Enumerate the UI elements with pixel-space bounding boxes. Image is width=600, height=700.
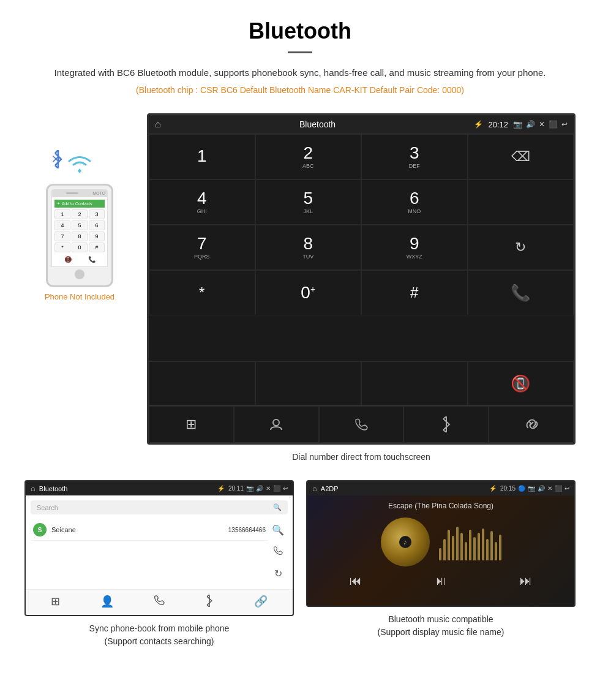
- dial-key-6[interactable]: 6: [89, 220, 105, 230]
- car-screen-dialpad: ⌂ Bluetooth ⚡ 20:12 📷 🔊 ✕ ⬛ ↩ 1: [147, 113, 576, 445]
- dial-key-2[interactable]: 2 ABC: [255, 134, 362, 179]
- dialpad-icon-bluetooth[interactable]: [403, 406, 489, 443]
- dial-key-0[interactable]: 0: [72, 243, 88, 252]
- phone-call-icon: 📞: [88, 256, 96, 263]
- dial-key-8[interactable]: 8: [72, 231, 88, 241]
- phone-not-included-label: Phone Not Included: [45, 292, 114, 301]
- pb-topbar-right: 20:11 📷 🔊 ✕ ⬛ ↩: [228, 485, 288, 492]
- pb-link-bottom-icon[interactable]: 🔗: [254, 595, 268, 610]
- pb-usb-icon: ⚡: [217, 485, 225, 492]
- dial-empty-r5c2: [255, 361, 362, 405]
- phonebook-car-screen: ⌂ Bluetooth ⚡ 20:11 📷 🔊 ✕ ⬛ ↩ Search 🔍: [24, 480, 294, 616]
- phonebook-entries: S Seicane 13566664466: [31, 519, 268, 584]
- subtitle-text: Integrated with BC6 Bluetooth module, su…: [37, 66, 563, 80]
- dialpad-icon-phone[interactable]: [319, 406, 404, 443]
- bluetooth-specs: (Bluetooth chip : CSR BC6 Default Blueto…: [37, 85, 563, 95]
- music-prev-btn[interactable]: ⏮: [350, 574, 362, 588]
- pb-home-icon[interactable]: ⌂: [31, 484, 36, 493]
- music-topbar-right: 20:15 🔵 📷 🔊 ✕ ⬛ ↩: [500, 485, 569, 492]
- car-screen-container: ⌂ Bluetooth ⚡ 20:12 📷 🔊 ✕ ⬛ ↩ 1: [147, 113, 576, 462]
- pb-call-action-icon[interactable]: [273, 546, 283, 558]
- pb-time: 20:11: [228, 485, 244, 492]
- music-home-icon[interactable]: ⌂: [312, 484, 317, 493]
- phonebook-search-bar[interactable]: Search 🔍: [31, 500, 288, 514]
- phone-bottom-actions: 📵 📞: [54, 255, 105, 264]
- dial-key-hash[interactable]: #: [361, 270, 468, 315]
- dial-key-0[interactable]: 0+: [255, 270, 362, 315]
- camera-icon[interactable]: 📷: [513, 120, 522, 129]
- dial-key-2[interactable]: 2: [72, 209, 88, 219]
- dial-call-green-cell[interactable]: 📞: [468, 270, 574, 315]
- contact-avatar: S: [33, 523, 47, 536]
- fullscreen-icon[interactable]: ⬛: [549, 120, 558, 129]
- dial-key-star[interactable]: *: [149, 270, 255, 315]
- music-song-title: Escape (The Pina Colada Song): [388, 502, 493, 510]
- wifi-signal-icon: ⨯: [64, 150, 95, 180]
- music-usb-icon: ⚡: [489, 485, 497, 492]
- dialpad-icon-link[interactable]: [489, 406, 574, 443]
- pb-vol-icon[interactable]: 🔊: [256, 485, 263, 492]
- music-screen-icon[interactable]: ⬛: [555, 485, 562, 492]
- pb-refresh-action-icon[interactable]: ↻: [274, 568, 282, 579]
- dial-key-7[interactable]: 7: [54, 231, 70, 241]
- dial-key-5[interactable]: 5: [72, 220, 88, 230]
- music-back-icon[interactable]: ↩: [564, 485, 569, 492]
- music-topbar: ⌂ A2DP ⚡ 20:15 🔵 📷 🔊 ✕ ⬛ ↩: [307, 481, 574, 495]
- dial-key-4[interactable]: 4: [54, 220, 70, 230]
- dialpad-icon-grid[interactable]: ⊞: [149, 406, 234, 443]
- dial-key-8[interactable]: 8 TUV: [255, 225, 362, 270]
- dial-key-1[interactable]: 1: [54, 209, 70, 219]
- music-camera-icon[interactable]: 📷: [528, 485, 535, 492]
- phonebook-search-placeholder: Search: [37, 504, 58, 511]
- music-vol-icon[interactable]: 🔊: [538, 485, 545, 492]
- add-to-contacts-label: Add to Contacts: [62, 201, 92, 206]
- dial-key-star[interactable]: *: [54, 243, 70, 252]
- contact-name: Seicane: [51, 526, 228, 533]
- dial-key-hash[interactable]: #: [89, 243, 105, 252]
- home-icon[interactable]: ⌂: [155, 119, 161, 130]
- phone-screen: + Add to Contacts 1 2 3 4 5 6 7 8 9 * 0 …: [51, 197, 108, 267]
- dial-hangup-cell[interactable]: 📵: [468, 361, 574, 405]
- search-icon[interactable]: 🔍: [273, 503, 282, 511]
- car-screen-title: Bluetooth: [166, 119, 470, 129]
- music-play-pause-btn[interactable]: ⏯: [435, 574, 447, 588]
- dialpad-grid: 1 2 ABC 3 DEF ⌫ 4 GHI: [149, 134, 574, 361]
- close-icon[interactable]: ✕: [539, 120, 545, 129]
- pb-close-icon[interactable]: ✕: [266, 485, 271, 492]
- dial-key-7[interactable]: 7 PQRS: [149, 225, 255, 270]
- pb-screen-icon[interactable]: ⬛: [273, 485, 280, 492]
- pb-contacts-active-icon[interactable]: 👤: [100, 595, 114, 610]
- pb-back-icon[interactable]: ↩: [283, 485, 288, 492]
- pb-grid-icon[interactable]: ⊞: [51, 595, 60, 610]
- dial-key-5[interactable]: 5 JKL: [255, 179, 362, 225]
- dial-empty-r5c1: [149, 361, 255, 405]
- dial-key-1[interactable]: 1: [149, 134, 255, 179]
- phonebook-content: Search 🔍 S Seicane 13566664466: [26, 495, 293, 589]
- dial-backspace-cell[interactable]: ⌫: [468, 134, 574, 179]
- volume-icon[interactable]: 🔊: [526, 120, 535, 129]
- pb-screen-title: Bluetooth: [39, 485, 214, 492]
- dial-key-6[interactable]: 6 MNO: [361, 179, 468, 225]
- back-icon[interactable]: ↩: [561, 120, 568, 129]
- phone-home-button[interactable]: [75, 269, 84, 279]
- pb-search-action-icon[interactable]: 🔍: [272, 524, 284, 536]
- dial-key-9[interactable]: 9 WXYZ: [361, 225, 468, 270]
- pb-phone-icon[interactable]: [154, 595, 165, 610]
- phonebook-entry[interactable]: S Seicane 13566664466: [31, 519, 268, 541]
- dialpad-icon-contacts[interactable]: [234, 406, 319, 443]
- dial-key-4[interactable]: 4 GHI: [149, 179, 255, 225]
- dial-key-3[interactable]: 3 DEF: [361, 134, 468, 179]
- dialpad-bottom-icons: ⊞: [149, 405, 574, 443]
- dial-refresh-cell[interactable]: ↻: [468, 225, 574, 270]
- pb-camera-icon[interactable]: 📷: [246, 485, 253, 492]
- page-title: Bluetooth: [37, 18, 563, 44]
- add-contacts-icon: +: [57, 201, 60, 206]
- phonebook-caption-text: Sync phone-book from mobile phone(Suppor…: [89, 623, 230, 646]
- music-equalizer: [439, 524, 501, 560]
- dial-key-9[interactable]: 9: [89, 231, 105, 241]
- dial-key-3[interactable]: 3: [89, 209, 105, 219]
- music-next-btn[interactable]: ⏭: [520, 574, 532, 588]
- pb-bluetooth-bottom-icon[interactable]: [205, 595, 214, 610]
- contact-initial: S: [38, 527, 42, 533]
- music-close-icon[interactable]: ✕: [547, 485, 552, 492]
